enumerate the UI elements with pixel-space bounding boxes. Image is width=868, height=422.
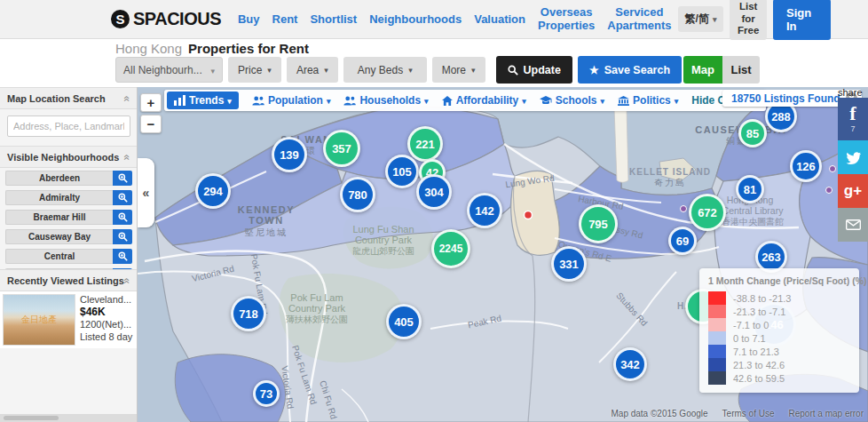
neighbourhood-button-admiralty[interactable]: Admiralty [5,190,113,205]
sidebar-scrollbar[interactable] [0,414,138,422]
zoom-to-neighbourhood-button[interactable] [113,171,132,186]
report-a-map-error-link[interactable]: Report a map error [789,409,864,418]
map-cluster-marker-85[interactable]: 85 [738,119,767,147]
overlay-tab-schools[interactable]: Schools [540,94,604,107]
filter-any-beds-dropdown[interactable]: Any Beds [343,57,427,83]
graduation-cap-icon [540,96,552,106]
nav-link-shortlist[interactable]: Shortlist [310,12,357,26]
save-search-label: Save Search [604,64,670,76]
legend-color-chip [708,331,726,345]
map-cluster-marker-221[interactable]: 221 [407,126,443,162]
chevron-down-icon [522,94,526,107]
map-canvas[interactable]: SAI WAN西環KENNEDYTOWN堅尼地城CAUSEWAY BAY銅鑼灣K… [138,87,868,422]
nav-link-line: Overseas [538,6,595,20]
share-googleplus-button[interactable]: g+ [838,174,868,208]
share-email-button[interactable] [838,208,868,242]
nav-right: 繁/简 List for Free Sign In [678,0,831,40]
language-toggle-button[interactable]: 繁/简 [678,6,724,32]
map-cluster-marker-142[interactable]: 142 [467,193,502,228]
neighbourhood-button-braemar-hill[interactable]: Braemar Hill [5,210,113,225]
neighbourhood-select[interactable]: All Neighbourh... [115,57,223,83]
legend-color-chip [708,305,726,318]
scrollbar-thumb[interactable] [4,416,59,420]
filter-more-dropdown[interactable]: More [432,57,485,83]
map-cluster-marker-405[interactable]: 405 [386,304,422,339]
zoom-to-neighbourhood-button[interactable] [113,190,132,205]
spacious-logo[interactable]: S SPACIOUS [111,9,221,29]
map-cluster-marker-105[interactable]: 105 [385,155,419,188]
zoom-to-neighbourhood-button[interactable] [113,229,132,244]
map-location-search-header[interactable]: Map Location Search [0,87,138,109]
collapse-icon[interactable] [122,154,134,160]
map-cluster-marker-139[interactable]: 139 [272,137,307,172]
update-button[interactable]: Update [496,56,572,84]
location-search-input[interactable] [7,115,130,137]
nav-link-rent[interactable]: Rent [272,12,298,26]
terms-of-use-link[interactable]: Terms of Use [722,409,775,418]
map-cluster-marker-780[interactable]: 780 [340,177,375,212]
map-cluster-marker-73[interactable]: 73 [253,380,280,407]
list-for-free-button[interactable]: List for Free [730,0,767,40]
listings-found-count: 18750 Listings Found [731,92,840,105]
sidebar-collapse-tab[interactable]: « [138,158,154,227]
collapse-icon[interactable] [122,95,134,101]
map-view-button[interactable]: Map [683,56,722,84]
map-cluster-marker-672[interactable]: 672 [689,194,726,231]
collapse-icon[interactable] [122,277,134,283]
map-cluster-marker-294[interactable]: 294 [195,173,231,209]
map-cluster-marker-126[interactable]: 126 [790,150,822,182]
map-cluster-marker-81[interactable]: 81 [736,175,764,203]
filter-price-dropdown[interactable]: Price [228,57,281,83]
legend-color-chip [708,358,726,371]
neighbourhood-row-braemar-hill: Braemar Hill [5,210,132,225]
legend-range-label: -38.8 to -21.3 [733,293,791,304]
share-facebook-button[interactable]: f7 [838,98,868,140]
share-buttons: f7g+ [838,98,868,242]
map-cluster-marker-342[interactable]: 342 [613,347,647,381]
overlay-tab-population[interactable]: Population [252,94,331,107]
map-cluster-marker-795[interactable]: 795 [579,204,618,243]
map-cluster-marker-69[interactable]: 69 [668,227,697,255]
listing-area: 1200(Net)... [80,318,137,330]
neighbourhood-button-central[interactable]: Central [5,249,113,264]
recently-viewed-header[interactable]: Recently Viewed Listings [0,269,138,291]
bar-chart-icon [174,95,185,106]
zoom-in-button[interactable]: + [140,93,162,112]
nav-link-serviced-apartments[interactable]: ServicedApartments [607,6,671,33]
map-cluster-marker-357[interactable]: 357 [323,130,360,167]
nav-link-valuation[interactable]: Valuation [474,12,525,26]
sign-in-button[interactable]: Sign In [773,0,831,40]
zoom-to-neighbourhood-button[interactable] [113,210,132,225]
breadcrumb-location: Hong Kong [115,41,182,56]
recent-listing-card[interactable]: 金日地產 Cleveland... $46K 1200(Net)... List… [0,291,138,348]
overlay-tab-trends[interactable]: Trends [167,92,239,109]
neighbourhood-button-aberdeen[interactable]: Aberdeen [5,171,113,186]
nav-link-buy[interactable]: Buy [238,12,260,26]
zoom-to-neighbourhood-button[interactable] [113,249,132,264]
nav-link-line: Serviced [607,6,671,20]
overlay-tab-label: Population [268,94,323,107]
map-cluster-marker-304[interactable]: 304 [416,174,452,210]
map-cluster-marker-718[interactable]: 718 [231,296,266,331]
legend-color-chip [708,318,726,331]
save-search-button[interactable]: Save Search [578,56,682,84]
legend-rows: -38.8 to -21.3-21.3 to -7.1-7.1 to 00 to… [708,291,850,385]
nav-link-overseas-properties[interactable]: OverseasProperties [538,6,595,33]
overlay-tab-households[interactable]: Households [343,94,428,107]
filter-area-dropdown[interactable]: Area [287,57,338,83]
legend-row: -21.3 to -7.1 [708,305,850,318]
neighbourhood-button-causeway-bay[interactable]: Causeway Bay [5,229,113,244]
nav-link-neighbourhoods[interactable]: Neighbourhoods [369,12,462,26]
share-count: 7 [850,124,855,133]
map-cluster-marker-331[interactable]: 331 [551,246,587,282]
overlay-tab-affordability[interactable]: Affordability [442,94,526,107]
overlay-tab-politics[interactable]: Politics [618,94,678,107]
listing-info: Cleveland... $46K 1200(Net)... Listed 8 … [80,293,137,343]
share-twitter-button[interactable] [838,140,868,174]
map-cluster-marker-2245[interactable]: 2245 [431,229,470,268]
nav-link-line: Properties [538,20,595,33]
zoom-out-button[interactable]: − [140,115,162,133]
list-view-button[interactable]: List [722,56,760,84]
googleplus-icon: g+ [844,182,862,200]
visible-neighbourhoods-header[interactable]: Visible Neighbourhoods [0,146,138,168]
